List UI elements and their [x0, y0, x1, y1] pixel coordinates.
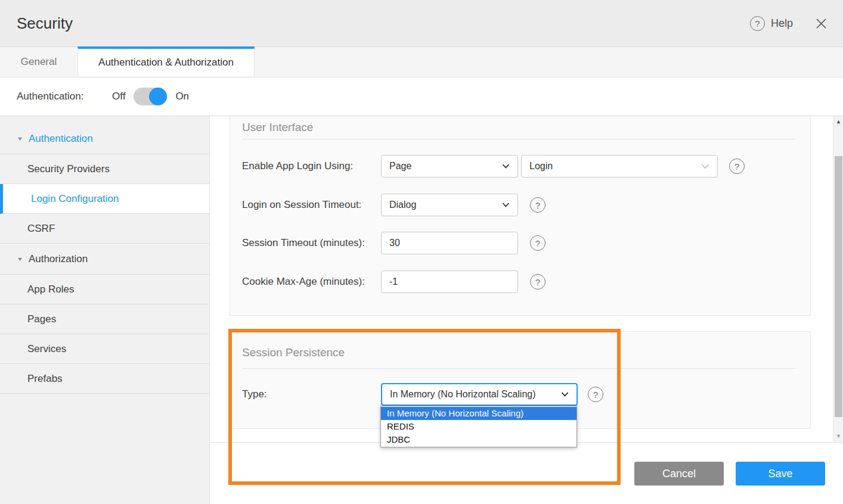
tab-general[interactable]: General [0, 47, 78, 77]
scroll-down-arrow-icon[interactable]: ▼ [833, 433, 843, 439]
scrollbar-thumb[interactable] [835, 156, 842, 417]
sidebar-item-label: Pages [27, 313, 56, 325]
enable-app-login-label: Enable App Login Using: [242, 155, 353, 178]
help-icon[interactable]: ? [530, 235, 546, 251]
select-value: Dialog [389, 200, 416, 210]
cookie-max-age-label: Cookie Max-Age (minutes): [242, 270, 365, 293]
page-title: Security [17, 0, 73, 46]
chevron-down-icon [701, 164, 709, 169]
select-value: In Memory (No Horizontal Scaling) [390, 389, 536, 400]
enable-app-login-select[interactable]: Page [381, 155, 518, 178]
session-timeout-input[interactable] [381, 232, 518, 254]
dropdown-option-redis[interactable]: REDIS [381, 420, 577, 433]
toggle-off-label: Off [112, 91, 125, 102]
cookie-max-age-input[interactable] [381, 270, 518, 293]
login-session-timeout-label: Login on Session Timeout: [242, 194, 361, 216]
sidebar-item-label: CSRF [27, 223, 55, 235]
sidebar-section-label: Authentication [29, 133, 93, 145]
sidebar-item-label: App Roles [27, 284, 74, 295]
session-persistence-type-select[interactable]: In Memory (No Horizontal Scaling) [381, 383, 578, 406]
session-persistence-heading: Session Persistence [242, 341, 795, 364]
toggle-knob [149, 88, 167, 105]
help-button[interactable]: ? Help [750, 16, 793, 31]
dropdown-option-jdbc[interactable]: JDBC [381, 433, 577, 446]
scroll-up-arrow-icon[interactable]: ▲ [833, 119, 843, 125]
authentication-toggle[interactable] [134, 88, 167, 105]
cancel-button[interactable]: Cancel [634, 462, 724, 486]
login-session-timeout-select[interactable]: Dialog [381, 194, 518, 216]
sidebar-item-security-providers[interactable]: Security Providers [0, 154, 209, 184]
chevron-down-icon [502, 203, 510, 207]
authentication-toggle-row: Authentication: Off On [0, 77, 843, 116]
session-timeout-label: Session Timeout (minutes): [242, 232, 365, 254]
cookie-max-age-row: Cookie Max-Age (minutes): ? [242, 270, 798, 293]
authentication-label: Authentication: [17, 91, 106, 102]
sidebar-section-label: Authorization [29, 253, 88, 265]
help-icon[interactable]: ? [530, 274, 546, 290]
select-value: Login [529, 161, 553, 172]
type-label: Type: [242, 383, 267, 406]
collapse-triangle-icon: ▼ [17, 135, 23, 141]
help-icon[interactable]: ? [729, 158, 745, 174]
sidebar-section-authentication[interactable]: ▼ Authentication [0, 123, 209, 154]
help-label: Help [771, 17, 793, 30]
enable-app-login-row: Enable App Login Using: Page Login ? [242, 155, 798, 178]
chevron-down-icon [561, 392, 569, 397]
help-circle-icon: ? [750, 16, 765, 31]
login-page-select[interactable]: Login [521, 155, 718, 178]
sidebar-item-prefabs[interactable]: Prefabs [0, 364, 209, 394]
user-interface-panel: User Interface Enable App Login Using: P… [230, 116, 811, 316]
settings-sidebar: ▼ Authentication Security Providers Logi… [0, 116, 210, 504]
dialog-header: Security ? Help [0, 0, 843, 46]
vertical-scrollbar[interactable]: ▲ ▼ [833, 116, 843, 443]
sidebar-item-label: Security Providers [27, 163, 110, 175]
collapse-triangle-icon: ▼ [17, 256, 23, 262]
type-select-dropdown: In Memory (No Horizontal Scaling) REDIS … [380, 406, 577, 447]
sidebar-item-label: Login Configuration [31, 193, 119, 205]
dropdown-option-in-memory[interactable]: In Memory (No Horizontal Scaling) [381, 407, 577, 420]
sidebar-item-app-roles[interactable]: App Roles [0, 275, 209, 304]
tab-bar: General Authentication & Authorization [0, 46, 843, 77]
chevron-down-icon [502, 164, 510, 169]
sidebar-item-services[interactable]: Services [0, 334, 209, 364]
sidebar-item-pages[interactable]: Pages [0, 304, 209, 334]
login-session-timeout-row: Login on Session Timeout: Dialog ? [242, 194, 798, 216]
close-icon[interactable] [814, 17, 827, 30]
session-timeout-row: Session Timeout (minutes): ? [242, 232, 798, 254]
sidebar-item-label: Prefabs [27, 373, 63, 385]
heading-divider [242, 368, 795, 369]
help-icon[interactable]: ? [530, 197, 546, 213]
user-interface-heading: User Interface [242, 116, 795, 139]
select-value: Page [389, 161, 411, 172]
sidebar-item-csrf[interactable]: CSRF [0, 214, 209, 244]
help-icon[interactable]: ? [588, 387, 603, 402]
session-persistence-type-row: Type: In Memory (No Horizontal Scaling) … [242, 383, 798, 406]
sidebar-item-label: Services [27, 343, 66, 355]
toggle-on-label: On [175, 91, 189, 102]
save-button[interactable]: Save [736, 462, 825, 486]
tab-authentication-authorization[interactable]: Authentication & Authorization [78, 46, 255, 76]
security-dialog: Security ? Help General Authentication &… [0, 0, 843, 504]
sidebar-section-authorization[interactable]: ▼ Authorization [0, 244, 209, 275]
heading-divider [242, 139, 795, 139]
sidebar-item-login-configuration[interactable]: Login Configuration [0, 184, 209, 214]
